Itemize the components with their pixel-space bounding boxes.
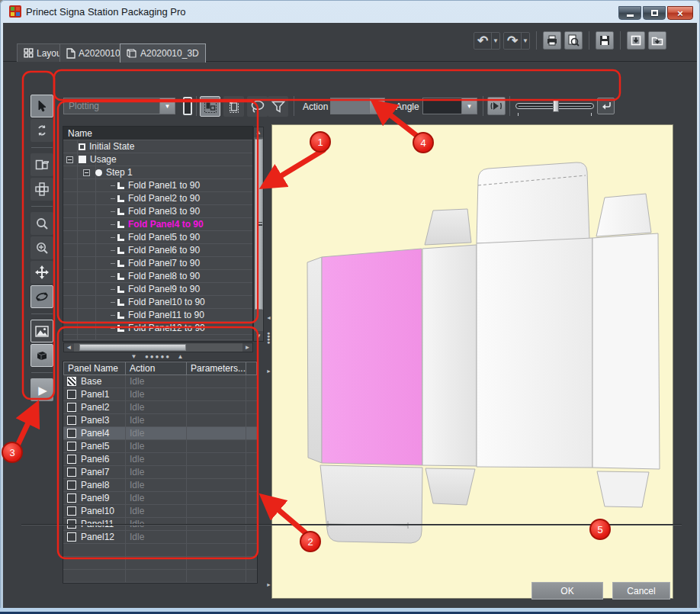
tree-item[interactable]: Fold Panel11 to 90 bbox=[63, 309, 252, 322]
print-button[interactable] bbox=[543, 31, 561, 50]
filter-button[interactable] bbox=[268, 96, 288, 117]
tree-item[interactable]: Fold Panel2 to 90 bbox=[63, 192, 252, 205]
table-row-empty[interactable] bbox=[63, 557, 257, 570]
scrollbar-thumb[interactable] bbox=[79, 344, 186, 351]
tree-horizontal-scrollbar[interactable]: ◄ ► bbox=[63, 342, 253, 352]
tree-item[interactable]: Fold Panel1 to 90 bbox=[63, 179, 252, 192]
refresh-button[interactable] bbox=[31, 119, 53, 142]
tree-item[interactable]: Fold Panel4 to 90 bbox=[63, 218, 252, 231]
chevron-down-icon[interactable]: ▼ bbox=[461, 98, 477, 114]
chevron-down-icon[interactable]: ▼ bbox=[159, 98, 175, 114]
table-row-panel1[interactable]: Panel1Idle bbox=[63, 388, 257, 401]
table-row-empty[interactable] bbox=[63, 570, 257, 583]
table-row-panel10[interactable]: Panel10Idle bbox=[63, 505, 257, 518]
top-flap-column3[interactable] bbox=[477, 162, 589, 243]
save-button[interactable] bbox=[596, 31, 614, 50]
tree-item[interactable]: Fold Panel7 to 90 bbox=[63, 257, 252, 270]
table-row-panel7[interactable]: Panel7Idle bbox=[63, 466, 257, 479]
collapse-right-icon[interactable]: ► bbox=[266, 582, 271, 587]
angle-combobox[interactable]: ▼ bbox=[422, 98, 477, 114]
undo-button[interactable]: ↶ ▼ bbox=[474, 32, 500, 50]
bottom-flap-pink-column[interactable] bbox=[320, 465, 422, 543]
glue-flap[interactable] bbox=[307, 257, 322, 463]
lasso-select-button[interactable] bbox=[247, 96, 268, 117]
tab-a2020010-3d[interactable]: A2020010_3D bbox=[120, 43, 206, 63]
tree-item[interactable]: Initial State bbox=[63, 140, 252, 153]
top-flap-column2[interactable] bbox=[425, 209, 471, 245]
column-header-action[interactable]: Action bbox=[126, 362, 187, 375]
tab-a2020010[interactable]: A2020010 bbox=[59, 43, 127, 62]
sheet-region-button[interactable] bbox=[223, 96, 244, 117]
animation-slider[interactable] bbox=[515, 100, 594, 112]
table-row-base[interactable]: BaseIdle bbox=[63, 375, 257, 388]
tree-item[interactable]: Fold Panel10 to 90 bbox=[63, 296, 252, 309]
tree-item[interactable]: Fold Panel3 to 90 bbox=[63, 205, 252, 218]
zoom-region-button[interactable] bbox=[31, 236, 53, 259]
collapse-left-icon[interactable]: ◄ bbox=[266, 315, 271, 320]
cancel-button[interactable]: Cancel bbox=[612, 582, 670, 600]
table-row-panel2[interactable]: Panel2Idle bbox=[63, 401, 257, 414]
table-row-panel12[interactable]: Panel12Idle bbox=[63, 531, 257, 544]
table-row-panel8[interactable]: Panel8Idle bbox=[63, 479, 257, 492]
play-animation-button[interactable]: ▶ bbox=[31, 378, 53, 401]
table-row-panel6[interactable]: Panel6Idle bbox=[63, 453, 257, 466]
scroll-right-icon[interactable]: ► bbox=[242, 343, 252, 352]
panel-splitter[interactable]: ▼ ●●●●● ▲ bbox=[63, 353, 253, 360]
chevron-down-icon[interactable]: ▼ bbox=[369, 98, 384, 114]
action-combobox[interactable]: ▼ bbox=[330, 98, 385, 114]
ok-button[interactable]: OK bbox=[531, 582, 603, 600]
column-header-parameters-[interactable]: Parameters... bbox=[187, 362, 246, 375]
panel4-pink[interactable] bbox=[322, 249, 422, 465]
column-header-panel-name[interactable]: Panel Name bbox=[63, 362, 126, 375]
panel-column2[interactable] bbox=[422, 245, 477, 466]
fold-region-button[interactable] bbox=[200, 96, 220, 117]
table-row-panel5[interactable]: Panel5Idle bbox=[63, 440, 257, 453]
apply-button[interactable] bbox=[597, 98, 615, 114]
panels-view-button[interactable] bbox=[31, 153, 53, 176]
table-row-panel9[interactable]: Panel9Idle bbox=[63, 492, 257, 505]
tree-item[interactable]: Fold Panel5 to 90 bbox=[63, 231, 252, 244]
print-preview-button[interactable] bbox=[564, 31, 583, 50]
select-cursor-button[interactable] bbox=[31, 95, 53, 117]
tree-item[interactable]: Fold Panel6 to 90 bbox=[63, 244, 252, 257]
minimize-button[interactable] bbox=[618, 6, 641, 20]
bottom-flap-column4[interactable] bbox=[597, 471, 649, 507]
panel-visibility-toggle[interactable] bbox=[183, 97, 192, 115]
panel-column3[interactable] bbox=[477, 238, 592, 468]
maximize-button[interactable] bbox=[643, 6, 666, 20]
tree-vertical-scrollbar[interactable]: ▲ ▼ bbox=[253, 127, 264, 342]
collapse-icon[interactable] bbox=[83, 169, 90, 176]
image-view-button[interactable] bbox=[31, 320, 53, 342]
slider-thumb[interactable] bbox=[553, 100, 559, 112]
scrollbar-thumb[interactable] bbox=[255, 139, 263, 310]
tree-item[interactable]: Step 1 bbox=[63, 166, 252, 179]
animate-button[interactable] bbox=[487, 97, 506, 115]
table-row-panel3[interactable]: Panel3Idle bbox=[63, 414, 257, 427]
tree-item[interactable]: Fold Panel12 to 90 bbox=[63, 322, 252, 335]
table-row-empty[interactable] bbox=[63, 544, 257, 557]
scroll-down-icon[interactable]: ▼ bbox=[254, 331, 263, 341]
pan-button[interactable] bbox=[31, 261, 53, 284]
collapse-right-icon[interactable]: ► bbox=[266, 368, 271, 374]
table-row-panel4[interactable]: Panel4Idle bbox=[63, 427, 257, 440]
undo-dropdown[interactable]: ▼ bbox=[491, 33, 499, 49]
tree-item[interactable]: Fold Panel8 to 90 bbox=[63, 270, 252, 283]
close-button[interactable]: × bbox=[667, 6, 693, 20]
export-button[interactable] bbox=[648, 31, 666, 50]
preview-splitter-strip[interactable]: ◄ ●●●● ► ► bbox=[265, 124, 271, 599]
panel-column4[interactable] bbox=[592, 233, 660, 469]
scroll-left-icon[interactable]: ◄ bbox=[64, 343, 74, 352]
rotate-3d-button[interactable] bbox=[31, 285, 53, 308]
cube-3d-view-button[interactable] bbox=[31, 344, 53, 367]
plot-mode-combobox[interactable]: Plotting ▼ bbox=[63, 98, 175, 114]
collapse-icon[interactable] bbox=[66, 156, 73, 163]
unfold-box-button[interactable] bbox=[31, 178, 53, 201]
bottom-flap-column2[interactable] bbox=[425, 468, 475, 505]
redo-dropdown[interactable]: ▼ bbox=[521, 33, 529, 49]
zoom-button[interactable] bbox=[31, 212, 53, 235]
tree-item[interactable]: Fold Panel9 to 90 bbox=[63, 283, 252, 296]
top-flap-column4[interactable] bbox=[596, 194, 651, 236]
scroll-up-icon[interactable]: ▲ bbox=[254, 127, 263, 137]
splitter-grip[interactable]: ●●●● bbox=[267, 332, 270, 344]
tree-header[interactable]: Name bbox=[63, 127, 252, 140]
